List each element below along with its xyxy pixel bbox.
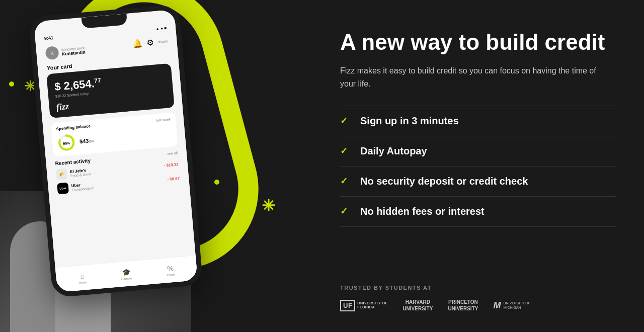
trusted-section: TRUSTED BY STUDENTS AT UF UNIVERSITY OFF… bbox=[340, 285, 616, 312]
feature-text-no-deposit: No security deposit or credit check bbox=[360, 176, 528, 187]
trusted-label: TRUSTED BY STUDENTS AT bbox=[340, 285, 616, 291]
phone-screen: 9:41 ▲ ● ■ K Welcome back! Konstantin 🔔 bbox=[34, 10, 198, 292]
feature-item-autopay: ✓ Daily Autopay bbox=[340, 136, 616, 167]
svg-text:90%: 90% bbox=[63, 141, 70, 145]
michigan-logo: M UNIVERSITY OFMICHIGAN bbox=[493, 300, 530, 311]
spending-amount: $43/50 bbox=[79, 137, 94, 144]
spending-label: Spending balance bbox=[56, 124, 91, 131]
transaction-icon-uber: Uber bbox=[57, 183, 69, 195]
feature-text-autopay: Daily Autopay bbox=[360, 145, 427, 157]
transaction-amount-1: - $10.32 bbox=[164, 162, 179, 168]
asterisk-decoration-bottom: ✳ bbox=[262, 196, 275, 215]
dark-card: $ 2,654.77 $10.32 Spotted today fizz bbox=[46, 63, 175, 118]
check-icon-no-deposit: ✓ bbox=[340, 176, 350, 187]
phone-mockup: 9:41 ▲ ● ■ K Welcome back! Konstantin 🔔 bbox=[28, 4, 203, 298]
last-week-label: last week bbox=[156, 117, 171, 122]
uf-logo: UF UNIVERSITY OFFLORIDA bbox=[340, 300, 387, 311]
header-icons: 🔔 ⚙ details bbox=[132, 36, 169, 49]
feature-item-no-fees: ✓ No hidden fees or interest bbox=[340, 197, 616, 227]
status-time: 9:41 bbox=[44, 35, 54, 41]
transaction-amount-2: - $8.67 bbox=[167, 176, 180, 182]
transaction-icon-food: 🌮 bbox=[56, 169, 68, 181]
details-link[interactable]: details bbox=[157, 39, 168, 44]
nav-credit[interactable]: % Credit bbox=[166, 264, 175, 276]
credit-icon: % bbox=[167, 264, 174, 272]
uf-text: UNIVERSITY OFFLORIDA bbox=[357, 301, 387, 310]
main-title: A new way to build credit bbox=[340, 30, 616, 54]
bottom-nav: ⌂ Home 🎓 Campus % Credit bbox=[55, 255, 198, 292]
dot-decoration-left bbox=[9, 81, 14, 87]
spending-section: Spending balance last week 90% bbox=[51, 112, 178, 156]
progress-circle: 90% bbox=[57, 133, 76, 152]
avatar: K bbox=[45, 46, 59, 60]
michigan-m-letter: M bbox=[493, 300, 501, 311]
nav-home[interactable]: ⌂ Home bbox=[78, 272, 87, 284]
right-content: A new way to build credit Fizz makes it … bbox=[340, 30, 616, 227]
settings-icon[interactable]: ⚙ bbox=[146, 38, 154, 48]
michigan-text: UNIVERSITY OFMICHIGAN bbox=[503, 301, 530, 310]
campus-icon: 🎓 bbox=[122, 268, 131, 276]
nav-campus[interactable]: 🎓 Campus bbox=[120, 268, 132, 281]
welcome-section: K Welcome back! Konstantin bbox=[45, 44, 86, 60]
feature-text-signup: Sign up in 3 minutes bbox=[360, 115, 459, 127]
check-icon-autopay: ✓ bbox=[340, 145, 350, 156]
phone-body: 9:41 ▲ ● ■ K Welcome back! Konstantin 🔔 bbox=[28, 4, 203, 298]
subtitle: Fizz makes it easy to build credit so yo… bbox=[340, 64, 612, 90]
progress-ring: 90% bbox=[57, 133, 76, 152]
harvard-logo: HARVARDUNIVERSITY bbox=[403, 299, 433, 312]
princeton-logo: PRINCETONUNIVERSITY bbox=[448, 299, 478, 312]
bell-icon[interactable]: 🔔 bbox=[132, 39, 143, 49]
uf-box: UF bbox=[340, 300, 355, 311]
check-icon-no-fees: ✓ bbox=[340, 206, 350, 217]
home-icon: ⌂ bbox=[80, 272, 85, 280]
check-icon-signup: ✓ bbox=[340, 115, 350, 126]
right-panel: A new way to build credit Fizz makes it … bbox=[312, 0, 644, 332]
left-panel: ✳ ✳ 9:41 ▲ ● ■ K Welcome back! Konstan bbox=[0, 0, 312, 332]
feature-item-no-deposit: ✓ No security deposit or credit check bbox=[340, 167, 616, 197]
status-icons: ▲ ● ■ bbox=[155, 26, 167, 31]
university-logos: UF UNIVERSITY OFFLORIDA HARVARDUNIVERSIT… bbox=[340, 299, 616, 312]
feature-item-signup: ✓ Sign up in 3 minutes bbox=[340, 106, 616, 136]
recent-activity: Recent activity see all 🌮 El Jefe's Food… bbox=[52, 150, 183, 195]
see-all-link[interactable]: see all bbox=[167, 151, 178, 155]
feature-text-no-fees: No hidden fees or interest bbox=[360, 206, 485, 217]
activity-label: Recent activity bbox=[55, 157, 91, 166]
dot-decoration-right bbox=[214, 180, 219, 185]
features-list: ✓ Sign up in 3 minutes ✓ Daily Autopay ✓… bbox=[340, 106, 616, 227]
